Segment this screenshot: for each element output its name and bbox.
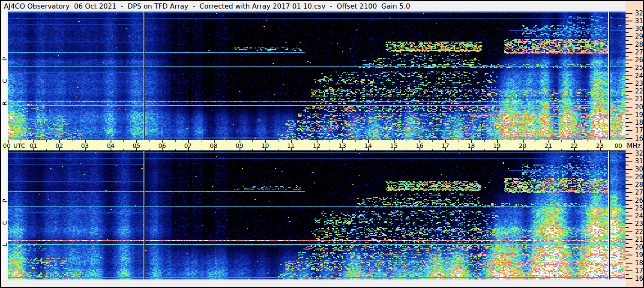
half-hour-tick (304, 140, 304, 142)
time-tick-label: 16 (416, 142, 423, 149)
half-hour-tick (355, 140, 356, 142)
time-tick-label: 01 (30, 142, 37, 149)
half-hour-tick (407, 140, 407, 142)
mhz-tick (626, 99, 632, 99)
mhz-tick-label: 28 (635, 181, 643, 189)
mhz-tick-label: 22 (635, 87, 643, 95)
time-tick-label: 08 (210, 142, 218, 149)
mhz-tick-label: 25 (635, 204, 643, 212)
half-hour-tick (510, 140, 510, 142)
half-hour-tick (458, 149, 458, 150)
mhz-tick (626, 216, 632, 216)
mhz-tick (626, 255, 632, 255)
mhz-unit-label: MHz (627, 142, 641, 150)
half-hour-tick (201, 140, 201, 142)
time-tick-label: 23 (596, 142, 604, 149)
time-tick-label: 19 (493, 142, 501, 149)
mhz-minor-tick (626, 71, 629, 72)
mhz-tick (626, 169, 632, 170)
mhz-tick (626, 231, 632, 232)
mhz-minor-tick (626, 196, 629, 197)
mhz-minor-tick (626, 118, 629, 119)
mhz-tick-label: 17 (635, 126, 643, 134)
time-tick-label: 21 (545, 142, 552, 149)
mhz-tick (626, 200, 632, 201)
time-tick-label: 12 (313, 142, 321, 149)
half-hour-tick (21, 140, 21, 142)
half-hour-tick (536, 149, 536, 150)
mhz-tick-label: 26 (635, 56, 643, 64)
mhz-minor-tick (626, 267, 629, 267)
title-bar: AJ4CO Observatory 06 Oct 2021 - DPS on T… (1, 1, 626, 12)
time-tick-label: 07 (184, 142, 192, 149)
time-tick-label: 05 (132, 142, 140, 149)
mhz-tick (626, 60, 632, 60)
mhz-tick-label: 27 (635, 189, 643, 196)
time-axis-end-label: 00 (614, 142, 622, 149)
mhz-tick-label: 25 (635, 64, 643, 72)
mhz-tick (626, 278, 632, 279)
time-tick-label: 17 (441, 142, 449, 149)
mhz-tick-label: 24 (635, 212, 643, 220)
lcp-spectrogram-canvas (8, 151, 626, 279)
mhz-tick (626, 36, 632, 37)
mhz-tick (626, 28, 632, 29)
mhz-minor-tick (626, 24, 629, 25)
half-hour-tick (72, 149, 72, 150)
mhz-tick-label: 23 (635, 80, 643, 87)
mhz-tick (626, 192, 632, 193)
mhz-tick-label: 18 (635, 259, 643, 267)
half-hour-tick (123, 149, 124, 150)
mhz-minor-tick (626, 180, 629, 181)
mhz-tick (626, 44, 632, 45)
half-hour-tick (432, 149, 433, 150)
mhz-tick (626, 263, 632, 264)
half-hour-tick (175, 149, 176, 150)
time-tick-label: 11 (287, 142, 295, 149)
app-title: AJ4CO Observatory 06 Oct 2021 - DPS on T… (1, 2, 410, 10)
half-hour-tick (587, 140, 587, 142)
mhz-tick-label: 21 (635, 236, 643, 243)
half-hour-tick (561, 140, 562, 142)
mhz-tick (626, 208, 632, 209)
time-tick-label: 20 (519, 142, 527, 149)
half-hour-tick (278, 140, 279, 142)
mhz-tick-label: 30 (635, 25, 643, 33)
time-tick-label: 03 (81, 142, 89, 149)
mhz-tick-label: 17 (635, 267, 643, 275)
time-axis-start-label: 00 (3, 142, 11, 149)
mhz-minor-tick (626, 17, 629, 18)
lcp-polarization-label: L C P (1, 191, 8, 246)
mhz-minor-tick (626, 157, 629, 158)
mhz-tick (626, 52, 632, 53)
half-hour-tick (484, 149, 485, 150)
half-hour-tick (278, 149, 279, 150)
mhz-minor-tick (626, 235, 629, 236)
mhz-tick-label: 22 (635, 228, 643, 236)
mhz-minor-tick (626, 102, 629, 103)
mhz-tick (626, 177, 632, 177)
time-tick-label: 15 (390, 142, 398, 149)
mhz-minor-tick (626, 204, 629, 205)
half-hour-tick (149, 140, 150, 142)
half-hour-tick (355, 149, 356, 150)
frequency-axis: MHz 323130292827262524232221201918171632… (626, 1, 643, 287)
mhz-tick (626, 153, 632, 154)
half-hour-tick (329, 149, 330, 150)
mhz-tick (626, 91, 632, 92)
mhz-tick-label: 29 (635, 33, 643, 40)
mhz-minor-tick (626, 258, 629, 259)
mhz-minor-tick (626, 173, 629, 174)
mhz-tick (626, 247, 632, 248)
half-hour-tick (329, 140, 330, 142)
mhz-tick (626, 107, 632, 108)
mhz-tick (626, 114, 632, 115)
mhz-minor-tick (626, 56, 629, 57)
mhz-minor-tick (626, 95, 629, 96)
mhz-tick-label: 20 (635, 243, 643, 251)
mhz-tick (626, 223, 632, 224)
half-hour-tick (201, 149, 201, 150)
mhz-minor-tick (626, 251, 629, 252)
time-tick-label: 02 (55, 142, 63, 149)
mhz-tick-label: 32 (635, 9, 643, 17)
